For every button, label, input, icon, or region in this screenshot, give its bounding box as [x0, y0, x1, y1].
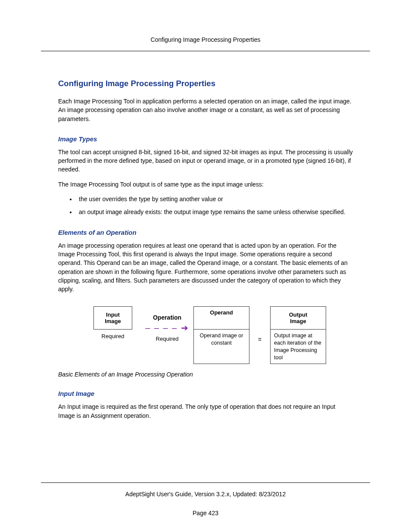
- heading-image-types: Image Types: [58, 135, 353, 143]
- diagram-operation-label: Operation: [153, 314, 181, 321]
- diagram-output-sub: Output image at each iteration of the Im…: [270, 330, 326, 364]
- equals-sign: =: [252, 336, 268, 343]
- diagram-input-box: Input Image: [93, 306, 132, 330]
- diagram-input-sub: Required: [102, 333, 125, 339]
- footer: AdeptSight User's Guide, Version 3.2.x, …: [41, 482, 370, 516]
- footer-guide-line: AdeptSight User's Guide, Version 3.2.x, …: [41, 491, 370, 498]
- diagram-operation-sub: Required: [156, 336, 179, 342]
- list-item: the user overrides the type by setting a…: [76, 195, 353, 203]
- section-title: Configuring Image Processing Properties: [58, 79, 353, 88]
- top-rule: [41, 51, 370, 51]
- list-item: an output image already exists: the outp…: [76, 208, 353, 216]
- running-header: Configuring Image Processing Properties: [41, 36, 370, 43]
- operation-diagram: Input Image Required Operation – – – – ➔…: [58, 306, 353, 364]
- diagram-operand-col: Operand Operand image or constant: [191, 306, 252, 364]
- image-types-list: the user overrides the type by setting a…: [58, 195, 353, 217]
- content-area: Configuring Image Processing Properties …: [41, 79, 370, 420]
- arrow-icon: – – – – ➔: [145, 324, 189, 332]
- image-types-p2: The Image Processing Tool output is of s…: [58, 180, 353, 189]
- input-image-p1: An Input image is required as the first …: [58, 402, 353, 420]
- image-types-p1: The tool can accept unsigned 8-bit, sign…: [58, 148, 353, 174]
- diagram-input-col: Input Image Required: [82, 306, 143, 339]
- diagram-operand-sub: Operand image or constant: [193, 330, 249, 364]
- diagram-caption: Basic Elements of an Image Processing Op…: [58, 371, 353, 378]
- intro-paragraph: Each Image Processing Tool in applicatio…: [58, 97, 353, 123]
- diagram-output-col: Output Image Output image at each iterat…: [268, 306, 329, 364]
- heading-elements: Elements of an Operation: [58, 229, 353, 236]
- page-number: Page 423: [41, 510, 370, 516]
- diagram-operation-col: Operation – – – – ➔ Required: [143, 306, 191, 342]
- heading-input-image: Input Image: [58, 390, 353, 397]
- bottom-rule: [41, 482, 370, 483]
- diagram-output-box: Output Image: [270, 306, 326, 330]
- elements-p1: An image processing operation requires a…: [58, 241, 353, 294]
- diagram-operand-box: Operand: [193, 306, 249, 330]
